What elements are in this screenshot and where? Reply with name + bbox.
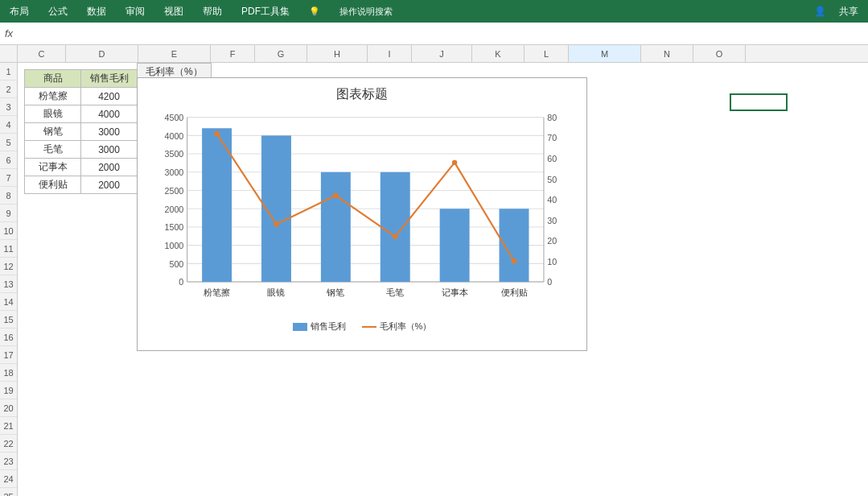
- table-row: 记事本2000: [25, 159, 138, 176]
- cell-profit-4[interactable]: 2000: [81, 159, 138, 176]
- row-num-18: 18: [0, 364, 17, 382]
- col-header-j: J: [412, 45, 472, 62]
- row-num-5: 5: [0, 134, 17, 151]
- row-num-8: 8: [0, 187, 17, 205]
- svg-text:4000: 4000: [164, 131, 183, 141]
- row-num-2: 2: [0, 81, 17, 98]
- data-table: 商品 销售毛利 粉笔擦4200眼镜4000钢笔3000毛笔3000记事本2000…: [24, 69, 138, 194]
- chart-title: 图表标题: [146, 86, 578, 103]
- svg-text:2500: 2500: [164, 186, 183, 196]
- svg-rect-32: [202, 128, 232, 282]
- menu-item-data[interactable]: 数据: [84, 3, 109, 20]
- formula-bar: fx: [0, 23, 868, 45]
- fx-label: fx: [5, 27, 13, 39]
- cell-product-5[interactable]: 便利贴: [25, 176, 81, 194]
- svg-text:30: 30: [547, 216, 557, 225]
- row-num-14: 14: [0, 293, 17, 311]
- selected-cell[interactable]: [730, 93, 788, 111]
- svg-text:70: 70: [547, 133, 557, 143]
- row-num-20: 20: [0, 399, 17, 417]
- search-box[interactable]: 操作说明搜索: [336, 4, 396, 19]
- cell-product-4[interactable]: 记事本: [25, 159, 81, 176]
- search-icon: 💡: [306, 5, 323, 19]
- cell-profit-5[interactable]: 2000: [81, 176, 138, 194]
- table-row: 毛笔3000: [25, 141, 138, 159]
- row-num-9: 9: [0, 205, 17, 222]
- row-numbers: 1234567891011121314151617181920212223242…: [0, 63, 18, 496]
- row-num-11: 11: [0, 240, 17, 258]
- svg-text:便利贴: 便利贴: [501, 287, 528, 297]
- cell-profit-1[interactable]: 4000: [81, 105, 138, 123]
- legend-line-color: [362, 326, 376, 328]
- svg-text:0: 0: [547, 277, 552, 287]
- menu-item-help[interactable]: 帮助: [200, 3, 225, 20]
- menu-item-pdf[interactable]: PDF工具集: [238, 3, 293, 20]
- menu-item-formula[interactable]: 公式: [45, 3, 71, 20]
- table-row: 眼镜4000: [25, 105, 138, 123]
- row-num-10: 10: [0, 222, 17, 240]
- row-num-3: 3: [0, 98, 17, 116]
- legend-bar-color: [293, 323, 307, 331]
- col-header-i: I: [368, 45, 412, 62]
- grid-area: 商品 销售毛利 粉笔擦4200眼镜4000钢笔3000毛笔3000记事本2000…: [18, 63, 868, 496]
- row-num-15: 15: [0, 311, 17, 329]
- svg-point-53: [452, 160, 457, 165]
- svg-text:3000: 3000: [164, 167, 183, 177]
- row-num-21: 21: [0, 417, 17, 435]
- chart-area: 0500100015002000250030003500400045000102…: [146, 108, 578, 317]
- share-label[interactable]: 共享: [836, 3, 862, 20]
- svg-text:500: 500: [169, 259, 183, 269]
- svg-point-50: [274, 221, 278, 226]
- svg-text:记事本: 记事本: [442, 287, 468, 297]
- cell-profit-3[interactable]: 3000: [81, 141, 138, 159]
- svg-text:60: 60: [547, 154, 557, 163]
- svg-text:20: 20: [547, 236, 557, 246]
- row-num-4: 4: [0, 116, 17, 134]
- svg-text:4500: 4500: [164, 113, 183, 122]
- cell-profit-0[interactable]: 4200: [81, 88, 138, 105]
- cell-product-2[interactable]: 钢笔: [25, 123, 81, 141]
- row-num-22: 22: [0, 435, 17, 453]
- svg-rect-36: [321, 172, 351, 282]
- cell-product-0[interactable]: 粉笔擦: [25, 88, 81, 105]
- svg-point-49: [214, 131, 219, 136]
- col-header-l: L: [525, 45, 569, 62]
- col-header-profit: 销售毛利: [81, 70, 138, 88]
- menu-bar: 布局 公式 数据 审阅 视图 帮助 PDF工具集 💡 操作说明搜索 👤 共享: [0, 0, 868, 23]
- row-num-12: 12: [0, 258, 17, 275]
- chart-container[interactable]: 图表标题 05001000150020002500300035004000450…: [137, 77, 587, 351]
- row-num-16: 16: [0, 329, 17, 346]
- table-row: 便利贴2000: [25, 176, 138, 194]
- row-num-1: 1: [0, 63, 17, 81]
- svg-text:1500: 1500: [164, 222, 183, 232]
- menu-item-view[interactable]: 视图: [161, 3, 187, 20]
- svg-text:钢笔: 钢笔: [326, 287, 344, 297]
- sheet-body: 1234567891011121314151617181920212223242…: [0, 63, 868, 496]
- svg-text:80: 80: [547, 113, 557, 122]
- row-num-7: 7: [0, 169, 17, 187]
- chart-legend: 销售毛利 毛利率（%）: [146, 320, 578, 333]
- cell-product-1[interactable]: 眼镜: [25, 105, 81, 123]
- menu-item-layout[interactable]: 布局: [6, 3, 32, 20]
- col-header-product: 商品: [25, 70, 81, 88]
- cell-product-3[interactable]: 毛笔: [25, 141, 81, 159]
- col-header-g: G: [255, 45, 307, 62]
- formula-input[interactable]: [18, 28, 863, 39]
- legend-line: 毛利率（%）: [362, 320, 432, 333]
- col-header-m: M: [569, 45, 641, 62]
- svg-text:0: 0: [179, 277, 183, 287]
- svg-text:2000: 2000: [164, 205, 183, 214]
- svg-text:50: 50: [547, 175, 557, 184]
- corner-cell: [0, 45, 18, 62]
- svg-text:3500: 3500: [164, 149, 183, 159]
- row-num-17: 17: [0, 346, 17, 364]
- legend-bar: 销售毛利: [293, 320, 346, 333]
- col-header-o: O: [693, 45, 746, 62]
- svg-text:粉笔擦: 粉笔擦: [204, 287, 230, 297]
- table-row: 粉笔擦4200: [25, 88, 138, 105]
- column-headers: CDEFGHIJKLMNO: [0, 45, 868, 63]
- table-row: 钢笔3000: [25, 123, 138, 141]
- col-header-k: K: [472, 45, 525, 62]
- menu-item-review[interactable]: 审阅: [122, 3, 148, 20]
- cell-profit-2[interactable]: 3000: [81, 123, 138, 141]
